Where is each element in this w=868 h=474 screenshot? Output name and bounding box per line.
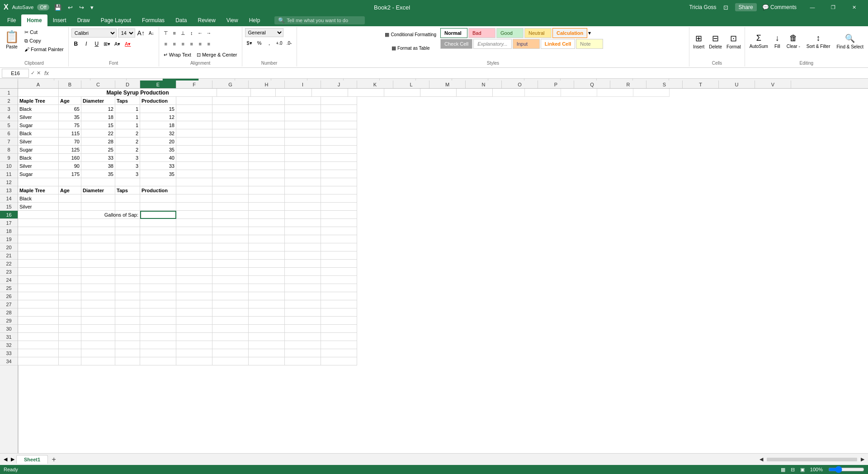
cell-g12[interactable]: [212, 178, 249, 186]
cell-g13[interactable]: [212, 186, 249, 194]
cell-c3[interactable]: 12: [81, 105, 115, 113]
cell-a11[interactable]: Sugar: [18, 170, 59, 178]
rh-21[interactable]: 21: [0, 251, 18, 260]
cell-i8[interactable]: [285, 146, 321, 154]
fill-color-button[interactable]: A▾: [113, 39, 122, 48]
tab-draw[interactable]: Draw: [72, 14, 95, 26]
cell-j7[interactable]: [321, 137, 357, 146]
cell-f8[interactable]: [176, 146, 212, 154]
col-header-r[interactable]: R: [610, 81, 646, 89]
cell-c2[interactable]: Diameter: [81, 97, 115, 105]
cell-a7[interactable]: Silver: [18, 137, 59, 146]
cell-i14[interactable]: [285, 194, 321, 203]
rh-26[interactable]: 26: [0, 292, 18, 300]
rh-31[interactable]: 31: [0, 333, 18, 341]
font-size-select[interactable]: 14: [118, 28, 135, 38]
cell-h10[interactable]: [249, 162, 285, 170]
fill-button[interactable]: ↓ Fill: [772, 28, 783, 54]
rh-23[interactable]: 23: [0, 268, 18, 276]
formula-functions-icon[interactable]: ✓: [31, 70, 35, 76]
cell-b10[interactable]: 90: [59, 162, 81, 170]
cell-i5[interactable]: [285, 121, 321, 129]
wrap-text-button[interactable]: ↵ Wrap Text: [162, 51, 193, 59]
cell-f11[interactable]: [176, 170, 212, 178]
cell-j13[interactable]: [321, 186, 357, 194]
rh-17[interactable]: 17: [0, 219, 18, 227]
conditional-formatting-button[interactable]: ▦ Conditional Formatting: [382, 28, 439, 41]
cell-b4[interactable]: 35: [59, 113, 81, 121]
cell-b7[interactable]: 70: [59, 137, 81, 146]
insert-button[interactable]: ⊞ Insert: [691, 28, 706, 54]
cell-d3[interactable]: 1: [115, 105, 140, 113]
cell-c9[interactable]: 33: [81, 154, 115, 162]
align-merge-button[interactable]: ≡: [205, 40, 213, 48]
style-good[interactable]: Good: [496, 28, 524, 38]
indent-increase-button[interactable]: →: [205, 29, 213, 37]
cell-j11[interactable]: [321, 170, 357, 178]
col-header-o[interactable]: O: [502, 81, 538, 89]
col-header-q[interactable]: Q: [574, 81, 610, 89]
cell-b9[interactable]: 160: [59, 154, 81, 162]
cell-a3[interactable]: Black: [18, 105, 59, 113]
accounting-format-button[interactable]: $▾: [245, 38, 254, 47]
tab-view[interactable]: View: [221, 14, 244, 26]
cell-j12[interactable]: [321, 178, 357, 186]
rh-9[interactable]: 9: [0, 154, 18, 162]
tab-help[interactable]: Help: [244, 14, 266, 26]
autosum-button[interactable]: Σ AutoSum: [747, 28, 771, 54]
cell-e4[interactable]: 12: [140, 113, 176, 121]
rh-19[interactable]: 19: [0, 235, 18, 243]
cell-reference-box[interactable]: [2, 69, 29, 78]
cell-i12[interactable]: [285, 178, 321, 186]
cell-h5[interactable]: [249, 121, 285, 129]
underline-button[interactable]: U: [92, 39, 101, 48]
tab-formulas[interactable]: Formulas: [137, 14, 170, 26]
cell-c11[interactable]: 35: [81, 170, 115, 178]
increase-decimal-button[interactable]: +.0: [275, 38, 284, 47]
align-top-button[interactable]: ⊤: [162, 29, 170, 37]
number-format-select[interactable]: General: [245, 28, 283, 37]
paste-button[interactable]: 📋 Paste: [3, 28, 21, 51]
copy-button[interactable]: ⧉ Copy: [23, 37, 66, 45]
rh-18[interactable]: 18: [0, 227, 18, 235]
indent-decrease-button[interactable]: ←: [196, 29, 204, 37]
cell-a9[interactable]: Black: [18, 154, 59, 162]
font-color-button[interactable]: A▾: [123, 39, 132, 48]
cell-e2[interactable]: Production: [140, 97, 176, 105]
cell-j3[interactable]: [321, 105, 357, 113]
close-button[interactable]: ✕: [844, 0, 864, 14]
cell-f7[interactable]: [176, 137, 212, 146]
cell-e9[interactable]: 40: [140, 154, 176, 162]
cell-e13[interactable]: Production: [140, 186, 176, 194]
cell-c7[interactable]: 28: [81, 137, 115, 146]
cell-h2[interactable]: [249, 97, 285, 105]
cell-j15[interactable]: [321, 203, 357, 211]
cell-a13[interactable]: Maple Tree: [18, 186, 59, 194]
undo-icon[interactable]: ↩: [66, 3, 74, 12]
cell-i11[interactable]: [285, 170, 321, 178]
rh-5[interactable]: 5: [0, 121, 18, 129]
cell-a1[interactable]: [18, 89, 59, 97]
cell-g4[interactable]: [212, 113, 249, 121]
cell-h7[interactable]: [249, 137, 285, 146]
cell-h13[interactable]: [249, 186, 285, 194]
cell-e6[interactable]: 32: [140, 129, 176, 137]
cell-c14[interactable]: [81, 194, 115, 203]
cell-a2[interactable]: Maple Tree: [18, 97, 59, 105]
cell-a12[interactable]: [18, 178, 59, 186]
cell-i7[interactable]: [285, 137, 321, 146]
align-left-button[interactable]: ≡: [162, 40, 170, 48]
cell-e10[interactable]: 33: [140, 162, 176, 170]
cell-g16[interactable]: [212, 211, 249, 219]
autosave-toggle[interactable]: Off: [37, 4, 49, 10]
formula-input[interactable]: [52, 69, 866, 78]
cell-f10[interactable]: [176, 162, 212, 170]
cell-c8[interactable]: 25: [81, 146, 115, 154]
cell-j6[interactable]: [321, 129, 357, 137]
ribbon-display-icon[interactable]: ⊡: [722, 3, 730, 12]
cell-j5[interactable]: [321, 121, 357, 129]
cell-f2[interactable]: [176, 97, 212, 105]
cell-i1[interactable]: [420, 89, 457, 97]
cell-d4[interactable]: 1: [115, 113, 140, 121]
cell-a5[interactable]: Sugar: [18, 121, 59, 129]
